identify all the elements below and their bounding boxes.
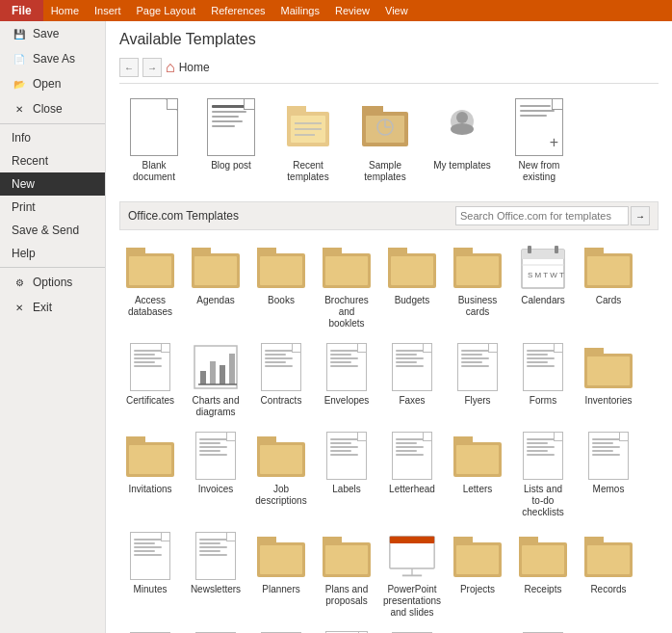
search-input[interactable] — [455, 206, 629, 225]
template-blank-document[interactable]: Blank document — [119, 93, 189, 188]
template-item-agendas[interactable]: Agendas — [185, 238, 246, 334]
template-item-powerpoint-presentations-and-slides[interactable]: PowerPoint presentations and slides — [381, 527, 443, 623]
template-label: Faxes — [399, 395, 425, 407]
menu-review[interactable]: Review — [327, 0, 377, 21]
template-icon — [323, 432, 371, 480]
template-label: Envelopes — [324, 395, 370, 407]
template-item-reports[interactable]: Reports — [119, 627, 181, 633]
template-item-lists-and-to-do-checklists[interactable]: Lists and to-do checklists — [512, 427, 574, 523]
template-icon — [519, 432, 567, 480]
template-item-time-sheets[interactable]: Time sheets — [512, 627, 574, 633]
template-icon — [388, 343, 436, 391]
template-item-labels[interactable]: Labels — [316, 427, 377, 523]
menu-references[interactable]: References — [203, 0, 272, 21]
svg-rect-64 — [323, 537, 342, 544]
template-item-brochures-and-booklets[interactable]: Brochures and booklets — [316, 238, 377, 334]
svg-rect-28 — [388, 248, 407, 255]
template-icon — [257, 343, 305, 391]
template-item-contracts[interactable]: Contracts — [250, 338, 312, 423]
forward-button[interactable]: → — [142, 58, 162, 77]
template-item-envelopes[interactable]: Envelopes — [316, 338, 377, 423]
template-item-faxes[interactable]: Faxes — [381, 338, 443, 423]
template-item-stationery-and-specialty-paper[interactable]: Stationery and specialty paper — [447, 627, 508, 633]
template-label: Invoices — [198, 484, 234, 495]
template-icon — [323, 343, 371, 391]
content-area: Available Templates ← → ⌂ Home Blank doc… — [106, 21, 672, 633]
template-item-memos[interactable]: Memos — [578, 427, 639, 523]
template-item-records[interactable]: Records — [578, 527, 639, 623]
template-icon — [192, 343, 240, 391]
back-button[interactable]: ← — [119, 58, 139, 77]
template-item-minutes[interactable]: Minutes — [119, 527, 181, 623]
template-icon — [388, 243, 436, 291]
template-icon — [257, 243, 305, 291]
menu-mailings[interactable]: Mailings — [273, 0, 327, 21]
template-label: Charts and diagrams — [190, 395, 242, 418]
template-icon — [453, 243, 502, 291]
template-item-inventories[interactable]: Inventories — [578, 338, 639, 423]
template-item-letters[interactable]: Letters — [447, 427, 508, 523]
sidebar-item-info[interactable]: Info — [0, 126, 105, 149]
sidebar-item-options[interactable]: ⚙ Options — [0, 270, 105, 295]
svg-rect-41 — [587, 256, 630, 285]
template-item-certificates[interactable]: Certificates — [119, 338, 181, 423]
template-item-plans-and-proposals[interactable]: Plans and proposals — [316, 527, 377, 623]
template-icon — [388, 532, 436, 580]
template-item-resumes-and-cvs[interactable]: Resumes and CVs — [250, 627, 312, 633]
template-item-budgets[interactable]: Budgets — [381, 238, 443, 334]
blank-document-label: Blank document — [124, 160, 184, 183]
file-menu-button[interactable]: File — [0, 0, 43, 21]
template-new-from-existing[interactable]: + New from existing — [504, 93, 574, 188]
template-item-statements[interactable]: Statements — [381, 627, 443, 633]
menu-page-layout[interactable]: Page Layout — [129, 0, 204, 21]
menu-home[interactable]: Home — [43, 0, 87, 21]
home-breadcrumb[interactable]: Home — [179, 61, 210, 74]
svg-rect-16 — [126, 248, 145, 255]
template-item-projects[interactable]: Projects — [447, 527, 508, 623]
svg-rect-56 — [260, 445, 302, 474]
template-item-planners[interactable]: Planners — [250, 527, 312, 623]
template-item-job-descriptions[interactable]: Job descriptions — [250, 427, 312, 523]
template-item-invitations[interactable]: Invitations — [119, 427, 181, 523]
sidebar-item-open[interactable]: 📂 Open — [0, 71, 105, 96]
search-button[interactable]: → — [631, 206, 650, 225]
template-item-forms[interactable]: Forms — [512, 338, 574, 423]
sidebar-item-help[interactable]: Help — [0, 242, 105, 265]
template-icon — [192, 243, 240, 291]
template-item-cards[interactable]: Cards — [578, 238, 639, 334]
template-item-flyers[interactable]: Flyers — [447, 338, 508, 423]
template-item-new-resume-samples[interactable]: New resume samples — [185, 627, 246, 633]
template-label: Business cards — [452, 295, 504, 318]
svg-rect-77 — [584, 537, 604, 544]
template-icon — [257, 432, 305, 480]
template-item-calendars[interactable]: S M T W TCalendars — [512, 238, 574, 334]
template-item-letterhead[interactable]: Letterhead — [381, 427, 443, 523]
nav-bar: ← → ⌂ Home — [119, 58, 659, 84]
sidebar-item-recent[interactable]: Recent — [0, 149, 105, 172]
template-item-schedules[interactable]: Schedules — [316, 627, 377, 633]
sidebar-item-new[interactable]: New — [0, 172, 105, 196]
menu-view[interactable]: View — [377, 0, 416, 21]
sidebar-item-print[interactable]: Print — [0, 196, 105, 219]
template-label: Invitations — [128, 484, 171, 495]
template-item-charts-and-diagrams[interactable]: Charts and diagrams — [185, 338, 246, 423]
template-item-invoices[interactable]: Invoices — [185, 427, 246, 523]
template-blog-post[interactable]: Blog post — [196, 93, 266, 188]
sidebar-item-save-send[interactable]: Save & Send — [0, 219, 105, 242]
template-item-receipts[interactable]: Receipts — [512, 527, 574, 623]
menu-insert[interactable]: Insert — [87, 0, 129, 21]
template-sample[interactable]: Sample templates — [350, 93, 420, 188]
template-item-books[interactable]: Books — [250, 238, 312, 334]
sidebar-item-save[interactable]: 💾 Save — [0, 21, 105, 46]
template-label: Access databases — [124, 295, 176, 318]
svg-rect-62 — [260, 545, 302, 574]
sidebar-item-exit[interactable]: ✕ Exit — [0, 295, 105, 320]
svg-rect-22 — [257, 248, 276, 255]
template-item-access-databases[interactable]: Access databases — [119, 238, 181, 334]
sidebar-item-save-as[interactable]: 📄 Save As — [0, 46, 105, 71]
template-item-newsletters[interactable]: Newsletters — [185, 527, 246, 623]
sidebar-item-close[interactable]: ✕ Close — [0, 96, 105, 121]
template-recent[interactable]: Recent templates — [273, 93, 343, 188]
template-my-templates[interactable]: My templates — [427, 93, 497, 188]
template-item-business-cards[interactable]: Business cards — [447, 238, 508, 334]
